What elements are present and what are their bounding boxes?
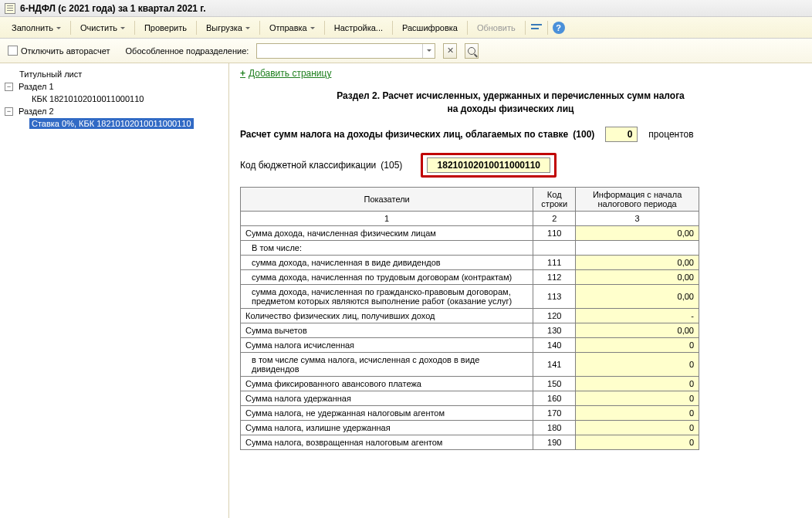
value-cell[interactable]: - [576,308,699,323]
align-icon [531,22,542,33]
table-row: Сумма фиксированного авансового платежа1… [241,376,699,391]
kbk-label: Код бюджетной классификации [240,160,376,171]
window-title: 6-НДФЛ (с 2021 года) за 1 квартал 2021 г… [20,3,206,14]
main-area: Титульный лист − Раздел 1 КБК 1821010201… [0,63,812,518]
value-cell[interactable]: 0 [576,405,699,420]
send-button[interactable]: Отправка [262,20,322,36]
th-indicator: Показатели [241,187,533,211]
decode-button[interactable]: Расшифровка [395,20,465,36]
value-cell [576,240,699,255]
kbk-code: (105) [381,160,402,171]
rate-line: Расчет сумм налога на доходы физических … [240,127,781,142]
division-combo[interactable] [256,43,435,59]
tree-title-page[interactable]: Титульный лист [3,68,225,80]
code-cell: 180 [533,420,576,435]
check-button[interactable]: Проверить [137,20,194,36]
value-cell[interactable]: 0 [576,337,699,352]
table-row: Сумма налога исчисленная1400 [241,337,699,352]
window-titlebar: 6-НДФЛ (с 2021 года) за 1 квартал 2021 г… [0,0,812,17]
add-page-link[interactable]: + Добавить страницу [240,68,331,79]
export-button[interactable]: Выгрузка [199,20,257,36]
indicator-cell: Сумма фиксированного авансового платежа [241,376,533,391]
th-num-1: 1 [241,211,533,225]
rate-unit: процентов [648,129,693,140]
tree-section1-kbk[interactable]: КБК 18210102010011000110 [3,93,225,105]
options-bar: Отключить авторасчет Обособленное подраз… [0,39,812,63]
kbk-value-input[interactable]: 18210102010011000110 [427,157,550,173]
table-row: В том числе: [241,240,699,255]
indicators-table: Показатели Код строки Информация с начал… [240,187,699,450]
tree-section1[interactable]: − Раздел 1 [3,80,225,93]
value-cell[interactable]: 0 [576,376,699,391]
th-num-3: 3 [576,211,699,225]
code-cell: 150 [533,376,576,391]
table-row: Сумма налога удержанная1600 [241,391,699,405]
tree-collapse-icon[interactable]: − [5,83,13,91]
value-cell[interactable]: 0 [576,391,699,405]
table-row: Сумма налога, возвращенная налоговым аге… [241,435,699,449]
table-row: в том числе сумма налога, исчисленная с … [241,352,699,376]
th-num-2: 2 [533,211,576,225]
th-code: Код строки [533,187,576,211]
disable-autocalc-checkbox[interactable] [8,46,18,56]
table-row: Количество физических лиц, получивших до… [241,308,699,323]
value-cell[interactable]: 0,00 [576,269,699,284]
kbk-line: Код бюджетной классификации (105) 182101… [240,153,781,178]
value-cell[interactable]: 0,00 [576,255,699,269]
value-cell[interactable]: 0 [576,352,699,376]
table-row: Сумма дохода, начисленная физическим лиц… [241,225,699,240]
fill-button[interactable]: Заполнить [5,20,68,36]
value-cell[interactable]: 0,00 [576,284,699,308]
settings-button[interactable]: Настройка... [327,20,390,36]
rate-code: (100) [573,129,594,140]
indicator-cell: Сумма дохода, начисленная физическим лиц… [241,225,533,240]
tree-collapse-icon[interactable]: − [5,107,13,116]
tree-section2-rate[interactable]: Ставка 0%, КБК 18210102010011000110 [3,117,225,130]
section-title: Раздел 2. Расчет исчисленных, удержанных… [240,90,781,116]
value-cell[interactable]: 0,00 [576,323,699,337]
value-cell[interactable]: 0 [576,420,699,435]
indicator-cell: Сумма налога, излишне удержанная [241,420,533,435]
code-cell: 140 [533,337,576,352]
table-row: сумма дохода, начисленная по гражданско-… [241,284,699,308]
table-row: Сумма вычетов1300,00 [241,323,699,337]
indicator-cell: Сумма налога исчисленная [241,337,533,352]
code-cell: 160 [533,391,576,405]
code-cell: 110 [533,225,576,240]
value-cell[interactable]: 0 [576,435,699,449]
content-area: + Добавить страницу Раздел 2. Расчет исч… [229,63,812,518]
indicator-cell: Количество физических лиц, получивших до… [241,308,533,323]
rate-label: Расчет сумм налога на доходы физических … [240,129,568,140]
code-cell: 141 [533,352,576,376]
code-cell: 190 [533,435,576,449]
code-cell: 170 [533,405,576,420]
division-input[interactable] [257,44,422,58]
division-search-button[interactable] [465,43,479,59]
align-icon-button[interactable] [528,19,545,36]
indicator-cell: Сумма вычетов [241,323,533,337]
rate-value-input[interactable]: 0 [605,127,638,142]
help-button[interactable]: ? [550,19,567,36]
division-clear-button[interactable]: ✕ [443,43,457,59]
indicator-cell: Сумма налога удержанная [241,391,533,405]
kbk-highlight: 18210102010011000110 [421,153,557,178]
division-dropdown-icon[interactable] [422,44,435,58]
code-cell: 111 [533,255,576,269]
indicator-cell: сумма дохода, начисленная по гражданско-… [241,284,533,308]
clear-button[interactable]: Очистить [73,20,132,36]
table-row: сумма дохода, начисленная по трудовым до… [241,269,699,284]
main-toolbar: Заполнить Очистить Проверить Выгрузка От… [0,17,812,39]
code-cell [533,240,576,255]
clear-icon: ✕ [447,46,454,56]
value-cell[interactable]: 0,00 [576,225,699,240]
indicator-cell: Сумма налога, возвращенная налоговым аге… [241,435,533,449]
sidebar: Титульный лист − Раздел 1 КБК 1821010201… [0,63,229,518]
division-label: Обособленное подразделение: [126,46,249,56]
table-row: Сумма налога, не удержанная налоговым аг… [241,405,699,420]
tree-section2[interactable]: − Раздел 2 [3,105,225,117]
update-button[interactable]: Обновить [470,20,523,36]
code-cell: 113 [533,284,576,308]
code-cell: 112 [533,269,576,284]
indicator-cell: Сумма налога, не удержанная налоговым аг… [241,405,533,420]
disable-autocalc-option[interactable]: Отключить авторасчет [8,46,110,56]
